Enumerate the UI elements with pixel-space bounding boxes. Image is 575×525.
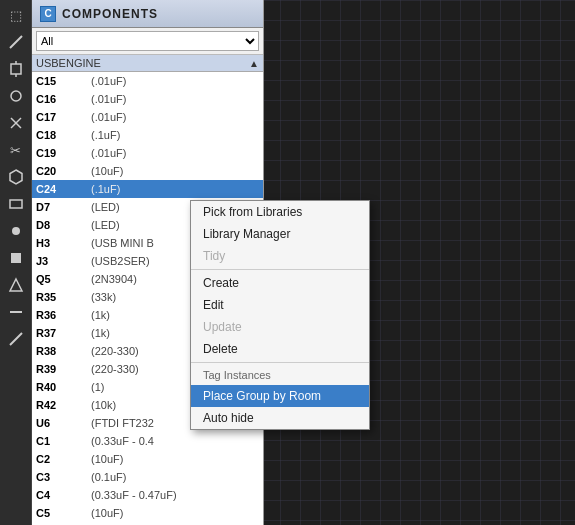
comp-name: R37 xyxy=(36,327,91,339)
comp-name: C24 xyxy=(36,183,91,195)
svg-line-0 xyxy=(10,36,22,48)
comp-name: C2 xyxy=(36,453,91,465)
comp-value: (1k) xyxy=(91,327,110,339)
ctx-item-place-group-by-room[interactable]: Place Group by Room xyxy=(191,385,369,407)
filter-select[interactable]: All xyxy=(36,31,259,51)
svg-rect-10 xyxy=(11,253,21,263)
comp-row[interactable]: C18(.1uF) xyxy=(32,126,263,144)
comp-name: C19 xyxy=(36,147,91,159)
comp-name: R38 xyxy=(36,345,91,357)
comp-value: (.1uF) xyxy=(91,183,120,195)
library-name: USBENGINE xyxy=(36,57,101,69)
comp-value: (220-330) xyxy=(91,345,139,357)
ctx-separator xyxy=(191,269,369,270)
comp-name: R36 xyxy=(36,309,91,321)
comp-value: (1k) xyxy=(91,309,110,321)
comp-name: D7 xyxy=(36,201,91,213)
comp-name: C16 xyxy=(36,93,91,105)
toolbar-btn-diag[interactable] xyxy=(2,326,30,352)
comp-name: R40 xyxy=(36,381,91,393)
ctx-item-library-manager[interactable]: Library Manager xyxy=(191,223,369,245)
comp-value: (USB2SER) xyxy=(91,255,150,267)
comp-name: C5 xyxy=(36,507,91,519)
comp-value: (10uF) xyxy=(91,507,123,519)
panel-header: C COMPONENTS xyxy=(32,0,263,28)
comp-name: C18 xyxy=(36,129,91,141)
comp-row[interactable]: C4(0.33uF - 0.47uF) xyxy=(32,486,263,504)
comp-row[interactable]: C19(.01uF) xyxy=(32,144,263,162)
context-menu: Pick from LibrariesLibrary ManagerTidyCr… xyxy=(190,200,370,430)
comp-row[interactable]: C16(.01uF) xyxy=(32,90,263,108)
comp-name: R39 xyxy=(36,363,91,375)
toolbar-btn-hex[interactable] xyxy=(2,164,30,190)
toolbar-btn-rect[interactable] xyxy=(2,191,30,217)
toolbar-btn-select[interactable]: ⬚ xyxy=(2,2,30,28)
svg-rect-8 xyxy=(10,200,22,208)
comp-row[interactable]: C15(.01uF) xyxy=(32,72,263,90)
toolbar-btn-dot[interactable] xyxy=(2,218,30,244)
ctx-item-edit[interactable]: Edit xyxy=(191,294,369,316)
comp-row[interactable]: C20(10uF) xyxy=(32,162,263,180)
toolbar-btn-line[interactable] xyxy=(2,299,30,325)
comp-name: C4 xyxy=(36,489,91,501)
comp-value: (USB MINI B xyxy=(91,237,154,249)
comp-row[interactable]: C17(.01uF) xyxy=(32,108,263,126)
comp-name: C20 xyxy=(36,165,91,177)
svg-point-4 xyxy=(11,91,21,101)
comp-name: R42 xyxy=(36,399,91,411)
panel-filter[interactable]: All xyxy=(32,28,263,55)
comp-value: (.1uF) xyxy=(91,129,120,141)
ctx-section-label: Tag Instances xyxy=(191,365,369,385)
toolbar-btn-component[interactable] xyxy=(2,56,30,82)
library-name-row: USBENGINE ▲ xyxy=(32,55,263,72)
toolbar-btn-square[interactable] xyxy=(2,245,30,271)
comp-value: (0.33uF - 0.47uF) xyxy=(91,489,177,501)
comp-row[interactable]: C24(.1uF) xyxy=(32,180,263,198)
comp-name: R35 xyxy=(36,291,91,303)
comp-name: C3 xyxy=(36,471,91,483)
toolbar-btn-cross[interactable] xyxy=(2,110,30,136)
comp-value: (10uF) xyxy=(91,453,123,465)
ctx-item-update: Update xyxy=(191,316,369,338)
comp-value: (.01uF) xyxy=(91,93,126,105)
ctx-item-pick-from-libraries[interactable]: Pick from Libraries xyxy=(191,201,369,223)
comp-value: (0.1uF) xyxy=(91,471,126,483)
comp-value: (FTDI FT232 xyxy=(91,417,154,429)
comp-value: (1) xyxy=(91,381,104,393)
comp-value: (0.33uF - 0.4 xyxy=(91,435,154,447)
panel-header-icon: C xyxy=(40,6,56,22)
ctx-separator xyxy=(191,362,369,363)
svg-marker-7 xyxy=(10,170,22,184)
comp-value: (33k) xyxy=(91,291,116,303)
scroll-arrow-up[interactable]: ▲ xyxy=(249,58,259,69)
comp-name: J3 xyxy=(36,255,91,267)
comp-row[interactable]: C5(10uF) xyxy=(32,504,263,522)
comp-name: U6 xyxy=(36,417,91,429)
comp-value: (LED) xyxy=(91,201,120,213)
comp-value: (.01uF) xyxy=(91,111,126,123)
comp-row[interactable]: C3(0.1uF) xyxy=(32,468,263,486)
comp-name: C1 xyxy=(36,435,91,447)
svg-rect-1 xyxy=(11,64,21,74)
ctx-item-auto-hide[interactable]: Auto hide xyxy=(191,407,369,429)
svg-marker-11 xyxy=(10,279,22,291)
toolbar-btn-circle[interactable] xyxy=(2,83,30,109)
comp-row[interactable]: C1(0.33uF - 0.4 xyxy=(32,432,263,450)
comp-value: (10k) xyxy=(91,399,116,411)
comp-name: D8 xyxy=(36,219,91,231)
toolbar-btn-triangle[interactable] xyxy=(2,272,30,298)
comp-value: (10uF) xyxy=(91,165,123,177)
comp-name: C15 xyxy=(36,75,91,87)
ctx-item-create[interactable]: Create xyxy=(191,272,369,294)
ctx-item-delete[interactable]: Delete xyxy=(191,338,369,360)
panel-title: COMPONENTS xyxy=(62,7,158,21)
toolbar-btn-wire[interactable] xyxy=(2,29,30,55)
left-toolbar: ⬚ ✂ xyxy=(0,0,32,525)
ctx-item-tidy: Tidy xyxy=(191,245,369,267)
svg-line-13 xyxy=(10,333,22,345)
comp-name: Q5 xyxy=(36,273,91,285)
svg-point-9 xyxy=(12,227,20,235)
comp-value: (2N3904) xyxy=(91,273,137,285)
toolbar-btn-cut[interactable]: ✂ xyxy=(2,137,30,163)
comp-row[interactable]: C2(10uF) xyxy=(32,450,263,468)
